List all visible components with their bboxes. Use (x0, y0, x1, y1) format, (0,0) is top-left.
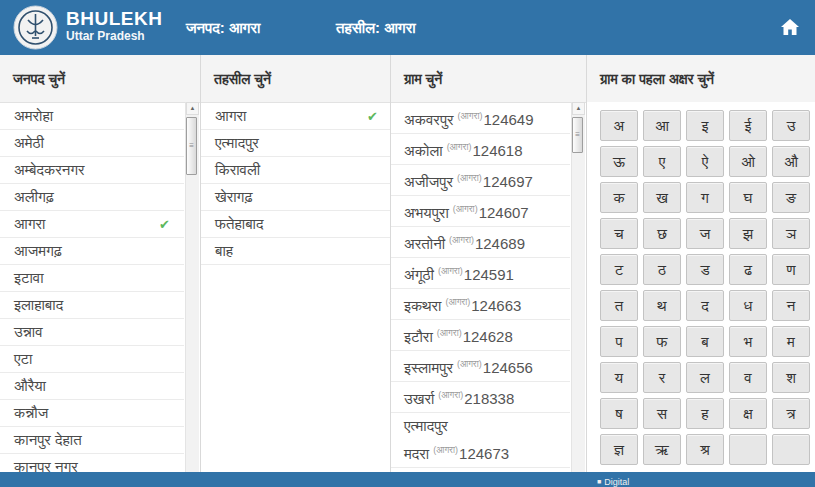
letter-key[interactable]: ख (643, 182, 681, 213)
village-option[interactable]: उखर्रा(आगरा)218338 (391, 382, 570, 413)
village-option[interactable]: इस्लामपुर(आगरा)124656 (391, 351, 570, 382)
letter-key[interactable]: ह (686, 398, 724, 429)
village-option[interactable]: अकोला(आगरा)124618 (391, 134, 570, 165)
district-option[interactable]: कन्नौज (0, 400, 184, 427)
village-option[interactable]: अकवरपुर(आगरा)124649 (391, 103, 570, 134)
district-option[interactable]: कानपुर देहात (0, 427, 184, 454)
village-option[interactable]: इटौरा(आगरा)124628 (391, 320, 570, 351)
village-option[interactable]: एत्मादपुर मदरा(आगरा)124673 (391, 413, 570, 468)
letter-key[interactable]: स (643, 398, 681, 429)
letter-key[interactable] (772, 434, 810, 465)
district-option-label: इटावा (14, 269, 44, 287)
scrollbar-thumb[interactable]: ≡ (572, 117, 583, 153)
letter-key[interactable]: झ (729, 218, 767, 249)
tehsil-column: तहसील चुनें आगरा✔एत्मादपुरकिरावलीखेरागढ़… (200, 55, 390, 487)
letter-key[interactable]: ज्ञ (600, 434, 638, 465)
letter-key[interactable]: द (686, 290, 724, 321)
letter-key[interactable]: र (643, 362, 681, 393)
village-region-superscript: (आगरा) (457, 173, 482, 183)
village-code: 124689 (475, 235, 525, 252)
brand-subtitle: Uttar Pradesh (66, 30, 162, 43)
letter-key[interactable]: आ (643, 110, 681, 141)
tehsil-option[interactable]: बाह (201, 238, 390, 265)
letter-key[interactable]: ट (600, 254, 638, 285)
district-option[interactable]: औरैया (0, 373, 184, 400)
district-option[interactable]: अलीगढ़ (0, 184, 184, 211)
letter-key[interactable]: फ (643, 326, 681, 357)
letter-key[interactable]: ज (686, 218, 724, 249)
village-option[interactable]: अरतोनी(आगरा)124689 (391, 227, 570, 258)
tehsil-option[interactable]: खेरागढ़ (201, 184, 390, 211)
letter-key[interactable]: त्र (772, 398, 810, 429)
district-option[interactable]: आजमगढ़ (0, 238, 184, 265)
letter-key[interactable]: प (600, 326, 638, 357)
letter-key[interactable]: अ (600, 110, 638, 141)
letter-key[interactable]: क्ष (729, 398, 767, 429)
letter-key[interactable]: थ (643, 290, 681, 321)
tehsil-option[interactable]: किरावली (201, 157, 390, 184)
letter-key[interactable]: ब (686, 326, 724, 357)
letter-key[interactable]: ए (643, 146, 681, 177)
village-region-superscript: (आगरा) (433, 445, 458, 455)
letter-key[interactable]: श (772, 362, 810, 393)
district-scrollbar[interactable]: ▲ ≡ ▼ (185, 102, 199, 487)
home-button[interactable] (780, 17, 800, 37)
letter-key[interactable]: व (729, 362, 767, 393)
scrollbar-thumb[interactable]: ≡ (186, 117, 197, 175)
letter-key[interactable]: ड (686, 254, 724, 285)
selected-district-label: जनपद: आगरा (186, 0, 260, 55)
letter-key[interactable]: न (772, 290, 810, 321)
letter-key[interactable]: इ (686, 110, 724, 141)
village-region-superscript: (आगरा) (438, 266, 463, 276)
letter-key[interactable]: ई (729, 110, 767, 141)
district-option[interactable]: आगरा✔ (0, 211, 184, 238)
letter-key[interactable]: ध (729, 290, 767, 321)
district-option[interactable]: इलाहाबाद (0, 292, 184, 319)
village-option[interactable]: अभयपुरा(आगरा)124607 (391, 196, 570, 227)
district-option[interactable]: इटावा (0, 265, 184, 292)
letter-key[interactable]: ठ (643, 254, 681, 285)
letter-key[interactable]: छ (643, 218, 681, 249)
letter-key[interactable]: ण (772, 254, 810, 285)
village-option[interactable]: अंगूठी(आगरा)124591 (391, 258, 570, 289)
scroll-up-button[interactable]: ▲ (186, 102, 199, 115)
letter-key[interactable]: क (600, 182, 638, 213)
district-option[interactable]: अमेठी (0, 130, 184, 157)
letter-key[interactable]: उ (772, 110, 810, 141)
letter-key[interactable]: ल (686, 362, 724, 393)
district-option[interactable]: एटा (0, 346, 184, 373)
letter-key[interactable]: ञ (772, 218, 810, 249)
letter-key[interactable]: ङ (772, 182, 810, 213)
letter-key[interactable]: च (600, 218, 638, 249)
letter-key[interactable]: घ (729, 182, 767, 213)
village-name: अंगूठी (404, 266, 434, 283)
brand-title: BHULEKH (66, 9, 162, 30)
village-scrollbar[interactable]: ▲ ≡ ▼ (571, 102, 585, 487)
letter-key[interactable]: ढ (729, 254, 767, 285)
tehsil-option[interactable]: फतेहाबाद (201, 211, 390, 238)
letter-key[interactable]: भ (729, 326, 767, 357)
village-option[interactable]: इकथरा(आगरा)124663 (391, 289, 570, 320)
letter-key[interactable] (729, 434, 767, 465)
district-option-label: अमरोहा (14, 107, 53, 125)
district-column: जनपद चुनें अमरोहाअमेठीअम्बेदकरनगरअलीगढ़आ… (0, 55, 200, 487)
district-option[interactable]: उन्नाव (0, 319, 184, 346)
letter-key[interactable]: त (600, 290, 638, 321)
tehsil-option[interactable]: आगरा✔ (201, 103, 390, 130)
village-region-superscript: (आगरा) (447, 142, 472, 152)
letter-key[interactable]: ऊ (600, 146, 638, 177)
scroll-up-button[interactable]: ▲ (572, 102, 585, 115)
letter-key[interactable]: औ (772, 146, 810, 177)
letter-key[interactable]: म (772, 326, 810, 357)
letter-key[interactable]: ऐ (686, 146, 724, 177)
letter-key[interactable]: ऋ (643, 434, 681, 465)
letter-key[interactable]: ग (686, 182, 724, 213)
letter-key[interactable]: य (600, 362, 638, 393)
district-option[interactable]: अमरोहा (0, 103, 184, 130)
letter-key[interactable]: श्र (686, 434, 724, 465)
letter-key[interactable]: ओ (729, 146, 767, 177)
village-option[interactable]: अजीजपुर(आगरा)124697 (391, 165, 570, 196)
district-option[interactable]: अम्बेदकरनगर (0, 157, 184, 184)
tehsil-option[interactable]: एत्मादपुर (201, 130, 390, 157)
letter-key[interactable]: ष (600, 398, 638, 429)
